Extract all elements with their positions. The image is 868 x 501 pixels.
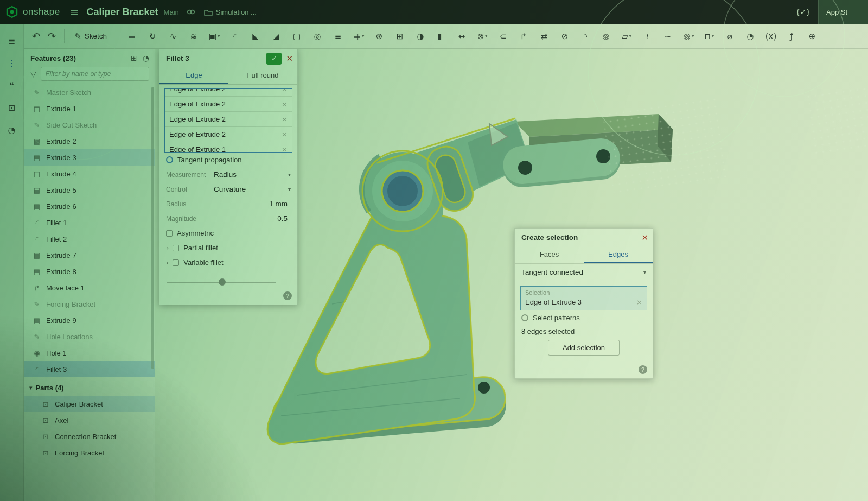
help-icon[interactable]: ? (283, 291, 292, 300)
share-link-icon[interactable] (187, 8, 195, 16)
modify-fillet-tool-icon[interactable]: ◝ (578, 28, 592, 45)
fillet-dialog-header[interactable]: Fillet 3 (159, 49, 297, 67)
mirror-tool-icon[interactable]: ⊞ (393, 28, 407, 45)
loft-tool-icon[interactable]: ≋ (187, 28, 201, 45)
featurescript-check-icon[interactable]: {✓} (796, 8, 810, 16)
extrude-tool-icon[interactable]: ▤ (125, 28, 139, 45)
remove-edge-icon[interactable] (282, 100, 288, 108)
remove-edge-icon[interactable] (282, 130, 288, 138)
part-row[interactable]: Axel (24, 412, 155, 428)
features-scrollbar[interactable] (151, 87, 154, 369)
comment-icon[interactable]: ❝ (9, 80, 14, 91)
delete-part-tool-icon[interactable]: ⊗ (475, 28, 489, 45)
parts-section-header[interactable]: ▾ Parts (4) (24, 379, 155, 396)
edge-list-item[interactable]: Edge of Extrude 2 (165, 88, 292, 97)
feature-row[interactable]: Extrude 8 (24, 263, 155, 280)
variable-tool-icon[interactable]: (x) (764, 28, 778, 45)
fill-surface-tool-icon[interactable]: ▨ (599, 28, 613, 45)
select-patterns-checkbox[interactable] (521, 314, 528, 321)
measurement-select[interactable]: Radius (214, 170, 237, 179)
feature-row[interactable]: Side Cut Sketch (24, 117, 155, 133)
create-selection-header[interactable]: Create selection (515, 229, 653, 246)
remove-edge-icon[interactable] (282, 88, 288, 93)
tab-edges[interactable]: Edges (584, 246, 653, 263)
sketch-button[interactable]: ✎ Sketch (69, 29, 112, 44)
revolve-tool-icon[interactable]: ↻ (145, 28, 159, 45)
selection-field[interactable]: Selection Edge of Extrude 3 (520, 286, 647, 310)
custom-feature-tool-icon[interactable]: ⊕ (805, 28, 819, 45)
offset-surface-tool-icon[interactable]: ⊂ (496, 28, 510, 45)
close-x-icon[interactable] (641, 233, 648, 243)
history-panel-icon[interactable]: ◔ (8, 125, 16, 135)
feature-row[interactable]: Hole 1 (24, 345, 155, 361)
parts-list-icon[interactable]: ⊡ (8, 103, 15, 113)
feature-row[interactable]: Fillet 1 (24, 214, 155, 231)
feature-row[interactable]: Extrude 1 (24, 100, 155, 117)
edge-list-item[interactable]: Edge of Extrude 2 (165, 112, 292, 127)
feature-row[interactable]: Hole Locations (24, 328, 155, 345)
feature-row[interactable]: Extrude 6 (24, 198, 155, 214)
feature-filter-input[interactable] (41, 67, 149, 81)
workspace-label[interactable]: Simulation ... (216, 8, 257, 16)
tab-full-round[interactable]: Full round (228, 67, 297, 84)
split-tool-icon[interactable]: ◧ (434, 28, 448, 45)
helix-tool-icon[interactable]: ≀ (640, 28, 654, 45)
fillet-tool-icon[interactable]: ◜ (228, 28, 242, 45)
feature-row[interactable]: Extrude 5 (24, 182, 155, 198)
feature-row[interactable]: Extrude 9 (24, 312, 155, 328)
variable-fillet-checkbox[interactable] (173, 259, 179, 266)
rib-tool-icon[interactable]: ≡ (331, 28, 345, 45)
redo-icon[interactable]: ↷ (44, 29, 60, 43)
feature-row[interactable]: Fillet 3 (24, 361, 155, 377)
edge-list-item[interactable]: Edge of Extrude 1 (165, 142, 292, 153)
draft-tool-icon[interactable]: ◢ (269, 28, 283, 45)
feature-row[interactable]: Extrude 3 (24, 149, 155, 166)
feature-row[interactable]: Fillet 2 (24, 231, 155, 247)
control-select[interactable]: Curvature (214, 185, 246, 193)
feature-row[interactable]: Extrude 7 (24, 247, 155, 263)
boolean-tool-icon[interactable]: ◑ (413, 28, 427, 45)
featurescript-tool-icon[interactable]: ƒ (784, 28, 799, 45)
tab-faces[interactable]: Faces (515, 246, 584, 263)
part-row[interactable]: Caliper Bracket (24, 396, 155, 412)
branch-label[interactable]: Main (164, 8, 179, 16)
document-menu-icon[interactable]: ≡ (70, 5, 79, 18)
measure-tool-icon[interactable]: ⌀ (723, 28, 737, 45)
tangent-propagation-checkbox[interactable] (166, 156, 173, 163)
transform-tool-icon[interactable]: ↔ (455, 28, 469, 45)
remove-selection-icon[interactable] (636, 298, 642, 306)
chevron-down-icon[interactable]: ▾ (288, 186, 291, 192)
feature-row[interactable]: Extrude 2 (24, 133, 155, 149)
sheet-metal-tool-icon[interactable]: ▧ (681, 28, 695, 45)
confirm-check-icon[interactable] (266, 53, 282, 65)
spline-tool-icon[interactable]: ∼ (661, 28, 675, 45)
expand-chevron-icon[interactable]: › (166, 244, 169, 252)
help-icon[interactable]: ? (639, 365, 647, 374)
features-panel-toggle-icon[interactable]: ≣ (8, 36, 15, 46)
feature-row[interactable]: Move face 1 (24, 280, 155, 296)
feature-row[interactable]: Master Sketch (24, 84, 155, 100)
delete-face-tool-icon[interactable]: ⊘ (558, 28, 572, 45)
sweep-tool-icon[interactable]: ∿ (166, 28, 180, 45)
thicken-tool-icon[interactable]: ▣ (207, 28, 221, 45)
replace-face-tool-icon[interactable]: ⇄ (537, 28, 551, 45)
chamfer-tool-icon[interactable]: ◣ (248, 28, 263, 45)
history-tool-icon[interactable]: ◔ (743, 28, 757, 45)
edge-selection-list[interactable]: Edge of Extrude 2 Edge of Extrude 2 Edge… (164, 88, 292, 153)
linear-pattern-tool-icon[interactable]: ▦ (352, 28, 366, 45)
slider-thumb[interactable] (219, 278, 226, 286)
partial-fillet-checkbox[interactable] (173, 245, 179, 251)
add-selection-button[interactable]: Add selection (548, 340, 620, 356)
expand-chevron-icon[interactable]: › (166, 258, 169, 267)
move-face-tool-icon[interactable]: ↱ (516, 28, 531, 45)
insert-version-icon[interactable]: ⋮ (8, 58, 16, 68)
circular-pattern-tool-icon[interactable]: ⊛ (372, 28, 386, 45)
part-row[interactable]: Forcing Bracket (24, 445, 155, 461)
magnitude-input[interactable]: 0.5 (277, 214, 291, 223)
edge-list-item[interactable]: Edge of Extrude 2 (165, 97, 292, 112)
fillet-opacity-slider[interactable] (167, 278, 290, 286)
feature-row[interactable]: Extrude 4 (24, 166, 155, 182)
remove-edge-icon[interactable] (282, 145, 288, 153)
feature-row[interactable]: Forcing Bracket (24, 296, 155, 312)
appstore-tab[interactable]: App St (818, 0, 868, 24)
